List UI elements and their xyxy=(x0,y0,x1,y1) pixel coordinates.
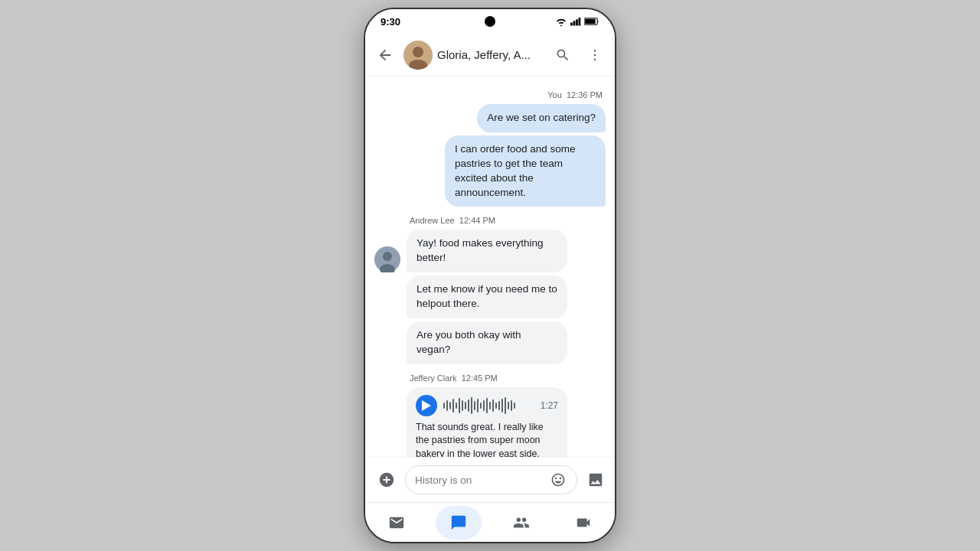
message-row-you-1: Are we set on catering? xyxy=(374,104,606,132)
message-row-you-2: I can order food and some pastries to ge… xyxy=(374,135,606,207)
voice-message-bubble: 1:27 That sounds great. I really like th… xyxy=(407,387,567,457)
svg-point-8 xyxy=(413,47,423,57)
svg-rect-1 xyxy=(570,22,573,25)
nav-chat[interactable] xyxy=(436,506,482,540)
message-bubble: I can order food and some pastries to ge… xyxy=(445,135,606,207)
signal-icon xyxy=(570,17,581,26)
more-options-button[interactable] xyxy=(581,41,609,69)
mic-button[interactable] xyxy=(614,468,616,492)
chat-header: Gloria, Jeffery, A... xyxy=(365,34,615,77)
emoji-button[interactable] xyxy=(549,471,567,489)
svg-point-0 xyxy=(560,25,563,26)
voice-duration: 1:27 xyxy=(541,400,558,411)
message-bubble: Let me know if you need me to helpout th… xyxy=(407,276,567,318)
message-row-andrew-3: Are you both okay with vegan? xyxy=(374,321,606,364)
message-row-andrew-1: Yay! food makes everything better! xyxy=(374,230,606,272)
bottom-nav xyxy=(365,502,615,542)
message-row-andrew-2: Let me know if you need me to helpout th… xyxy=(374,276,606,318)
message-row-jeffery: 1:27 That sounds great. I really like th… xyxy=(374,387,606,457)
svg-rect-3 xyxy=(576,19,578,25)
status-icons xyxy=(555,17,599,26)
voice-transcript: That sounds great. I really like the pas… xyxy=(416,421,558,457)
voice-controls: 1:27 xyxy=(416,395,558,416)
message-bubble: Are we set on catering? xyxy=(477,104,606,132)
svg-point-11 xyxy=(594,54,596,56)
search-button[interactable] xyxy=(549,41,577,69)
sender-label-jeffery: Jeffery Clark 12:45 PM xyxy=(374,373,606,383)
svg-point-10 xyxy=(594,49,596,51)
waveform xyxy=(443,397,534,414)
add-attachment-button[interactable] xyxy=(374,468,399,492)
message-input[interactable] xyxy=(415,474,544,486)
wifi-icon xyxy=(555,17,567,26)
phone-frame: 9:30 xyxy=(364,8,616,543)
message-bubble: Yay! food makes everything better! xyxy=(407,230,567,272)
back-button[interactable] xyxy=(371,41,399,69)
input-area xyxy=(365,457,615,502)
chat-title: Gloria, Jeffery, A... xyxy=(437,48,544,61)
sender-label-andrew: Andrew Lee 12:44 PM xyxy=(374,216,606,225)
svg-point-12 xyxy=(594,58,596,60)
message-input-field[interactable] xyxy=(405,465,577,494)
andrew-avatar xyxy=(374,246,400,272)
play-button[interactable] xyxy=(416,395,437,416)
nav-mail[interactable] xyxy=(374,506,420,540)
sender-label-you: You 12:36 PM xyxy=(374,90,606,99)
svg-rect-4 xyxy=(579,18,581,25)
chat-body: You 12:36 PM Are we set on catering? I c… xyxy=(365,77,615,457)
image-button[interactable] xyxy=(583,468,608,492)
status-time: 9:30 xyxy=(381,16,400,28)
svg-point-14 xyxy=(383,252,392,261)
svg-rect-2 xyxy=(573,21,576,25)
group-avatar xyxy=(403,41,433,70)
svg-rect-6 xyxy=(585,19,596,24)
message-bubble: Are you both okay with vegan? xyxy=(407,321,567,364)
nav-people[interactable] xyxy=(498,506,544,540)
camera-notch xyxy=(485,16,495,27)
battery-icon xyxy=(584,17,599,26)
nav-meet[interactable] xyxy=(560,506,606,540)
